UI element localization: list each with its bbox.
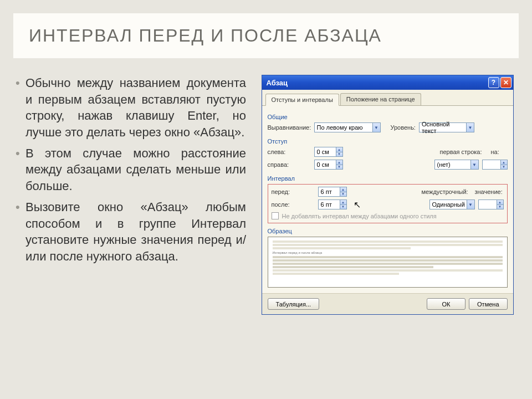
dialog-title: Абзац <box>267 79 288 87</box>
label-firstline: первая строка: <box>440 149 488 155</box>
label-linespacing: междустрочный: <box>422 188 472 195</box>
label-on: на: <box>491 149 508 155</box>
space-after-stepper[interactable]: 6 пт▲▼ <box>318 200 347 209</box>
list-item: В этом случае можно расстояние между абз… <box>13 145 246 195</box>
dialog-titlebar[interactable]: Абзац ? ✕ <box>262 75 513 90</box>
level-select[interactable]: Основной текст▼ <box>419 122 474 132</box>
label-right: справа: <box>268 161 311 168</box>
chevron-down-icon: ▼ <box>470 160 478 169</box>
chevron-down-icon: ▼ <box>466 123 474 132</box>
label-value: значение: <box>475 188 504 195</box>
interval-highlight-box: перед: 6 пт▲▼ междустрочный: значение: п… <box>268 184 508 223</box>
preview-pane: Интервал перед и после абзаца <box>268 237 508 288</box>
label-level: Уровень: <box>391 124 416 131</box>
space-before-stepper[interactable]: 6 пт▲▼ <box>318 187 347 197</box>
cancel-button[interactable]: Отмена <box>469 298 507 310</box>
group-preview: Образец <box>268 228 508 234</box>
group-interval: Интервал <box>268 175 508 182</box>
firstline-value-stepper[interactable]: ▲▼ <box>482 160 508 170</box>
label-after: после: <box>272 201 315 208</box>
same-style-checkbox[interactable] <box>272 212 279 219</box>
slide-title: ИНТЕРВАЛ ПЕРЕД И ПОСЛЕ АБЗАЦА <box>29 25 503 46</box>
firstline-select[interactable]: (нет)▼ <box>434 160 479 170</box>
linespacing-select[interactable]: Одинарный▼ <box>429 200 475 209</box>
chevron-down-icon: ▼ <box>467 200 474 209</box>
close-icon[interactable]: ✕ <box>500 77 511 88</box>
tab-indents[interactable]: Отступы и интервалы <box>265 94 339 106</box>
indent-right-stepper[interactable]: 0 см▲▼ <box>314 160 343 170</box>
title-bar: ИНТЕРВАЛ ПЕРЕД И ПОСЛЕ АБЗАЦА <box>13 13 519 58</box>
tabs-button[interactable]: Табуляция... <box>268 298 320 310</box>
group-indent: Отступ <box>268 138 508 145</box>
label-before: перед: <box>272 188 315 195</box>
list-item: Обычно между названием документа и первы… <box>13 75 246 141</box>
label-align: Выравнивание: <box>268 124 311 131</box>
list-item: Вызовите окно «Абзац» любым способом и в… <box>13 199 246 265</box>
ok-button[interactable]: ОК <box>427 298 466 310</box>
label-left: слева: <box>268 149 311 155</box>
bullet-list: Обычно между названием документа и первы… <box>13 75 246 315</box>
chevron-down-icon: ▼ <box>372 123 380 132</box>
tab-strip: Отступы и интервалы Положение на страниц… <box>262 90 513 106</box>
group-general: Общие <box>268 114 508 120</box>
paragraph-dialog: Абзац ? ✕ Отступы и интервалы Положение … <box>262 75 514 315</box>
checkbox-label: Не добавлять интервал между абзацами одн… <box>282 213 437 219</box>
help-icon[interactable]: ? <box>488 77 499 88</box>
cursor-icon: ↖ <box>354 200 361 210</box>
indent-left-stepper[interactable]: 0 см▲▼ <box>314 147 343 157</box>
linespacing-value-stepper[interactable]: ▲▼ <box>478 200 504 209</box>
alignment-select[interactable]: По левому краю▼ <box>314 122 381 132</box>
tab-position[interactable]: Положение на странице <box>340 93 421 105</box>
